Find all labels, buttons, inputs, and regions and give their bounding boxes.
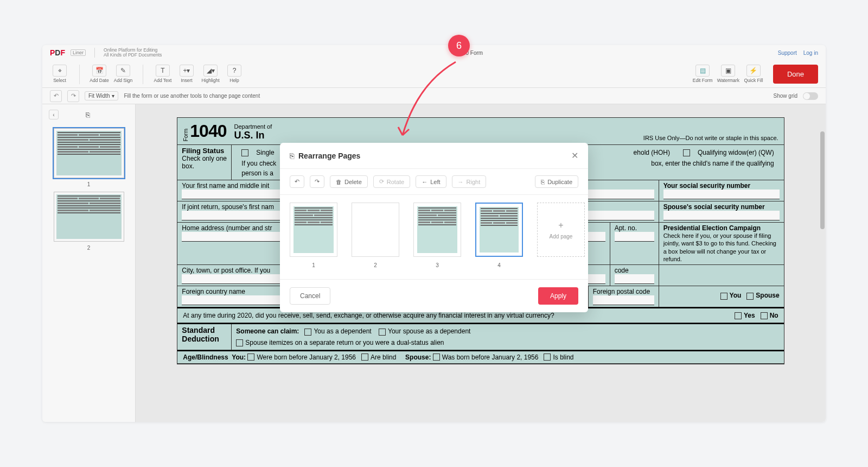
pages-icon: ⎘ [290, 152, 294, 160]
duplicate-button[interactable]: ⎘Duplicate [535, 175, 578, 188]
modal-undo-button[interactable]: ↶ [290, 175, 304, 188]
trash-icon: 🗑 [336, 179, 342, 185]
rotate-button[interactable]: ⟳Rotate [373, 175, 410, 188]
rotate-icon: ⟳ [379, 178, 384, 185]
add-page-button[interactable]: +Add page [537, 203, 585, 268]
modal-title: Rearrange Pages [298, 152, 571, 160]
delete-button[interactable]: 🗑Delete [330, 175, 368, 188]
cancel-button[interactable]: Cancel [290, 287, 330, 305]
callout-arrow [391, 51, 467, 149]
modal-page-2[interactable]: 2 [352, 203, 399, 268]
arrow-left-icon: ← [422, 179, 427, 185]
move-right-button[interactable]: →Right [452, 175, 487, 188]
move-left-button[interactable]: ←Left [416, 175, 446, 188]
rearrange-pages-modal: ⎘ Rearrange Pages ✕ ↶ ↷ 🗑Delete ⟳Rotate … [280, 143, 588, 312]
modal-page-1[interactable]: 1 [290, 203, 337, 268]
plus-icon: + [558, 220, 563, 230]
close-button[interactable]: ✕ [571, 150, 578, 161]
copy-icon: ⎘ [541, 179, 545, 185]
modal-page-4[interactable]: 4 [475, 203, 523, 268]
apply-button[interactable]: Apply [538, 287, 578, 305]
modal-page-3[interactable]: 3 [413, 203, 461, 268]
modal-redo-button[interactable]: ↷ [310, 175, 324, 188]
arrow-right-icon: → [458, 179, 464, 185]
